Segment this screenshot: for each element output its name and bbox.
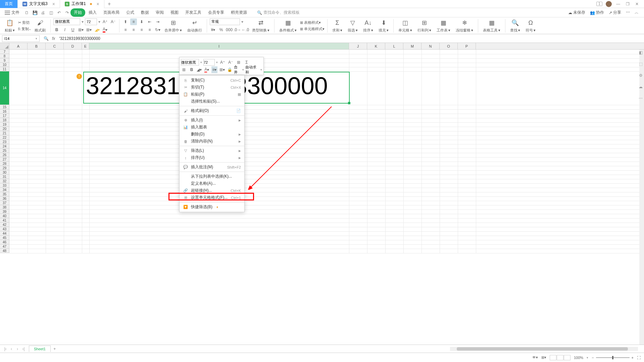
col-o[interactable]: O <box>440 43 458 49</box>
side-more-icon[interactable]: ⋯ <box>639 96 643 101</box>
numfmt-select[interactable] <box>210 18 240 25</box>
fillcolor-icon[interactable]: ◢▾ <box>94 26 100 33</box>
paste-group[interactable]: 📋粘贴▾ <box>3 18 17 33</box>
menutab-data[interactable]: 数据 <box>138 8 152 17</box>
wrap-group[interactable]: ↵自动换行 <box>185 18 204 33</box>
menutab-formula[interactable]: 公式 <box>123 8 138 17</box>
row-36[interactable]: 36 <box>0 196 9 201</box>
row-9[interactable]: 9 <box>0 58 9 63</box>
mini-select-icon[interactable]: ⊞ <box>181 66 187 73</box>
menutab-page[interactable]: 页面布局 <box>100 8 123 17</box>
view-break-icon[interactable] <box>564 355 571 360</box>
fullscreen-icon[interactable]: ⛶ <box>637 356 641 360</box>
ctx-item[interactable]: ⊞设置单元格格式(F)...Ctrl+1 <box>180 194 244 201</box>
window-num-icon[interactable]: 1 <box>596 2 602 6</box>
row-10[interactable]: 10 <box>0 63 9 67</box>
row-24[interactable]: 24 <box>0 144 9 148</box>
col-a[interactable]: A <box>9 43 28 49</box>
row-37[interactable]: 37 <box>0 201 9 205</box>
mini-merge-label[interactable]: 合并 <box>234 65 241 75</box>
close-icon[interactable]: × <box>52 1 55 7</box>
align-justify-icon[interactable]: ≡ <box>146 26 153 33</box>
ctx-item[interactable]: ✂剪切(T)Ctrl+X <box>180 84 244 91</box>
eye-icon[interactable]: 👁▾ <box>532 355 538 360</box>
menutab-dev[interactable]: 开发工具 <box>182 8 205 17</box>
orient-icon[interactable]: ↻▾ <box>154 26 161 33</box>
menutab-view[interactable]: 视图 <box>167 8 182 17</box>
row-38[interactable]: 38 <box>0 205 9 209</box>
row-28[interactable]: 28 <box>0 162 9 166</box>
row-40[interactable]: 40 <box>0 214 9 218</box>
row-46[interactable]: 46 <box>0 240 9 244</box>
new-file-icon[interactable]: 🗋 <box>23 9 30 16</box>
row-34[interactable]: 34 <box>0 188 9 192</box>
ctx-item[interactable]: 🗑清除内容(N)▶ <box>180 138 244 145</box>
align-mid-icon[interactable]: ≡ <box>130 18 137 25</box>
col-p[interactable]: P <box>458 43 476 49</box>
fmtpaint-group[interactable]: 🖌格式刷 <box>33 18 48 33</box>
sheet-prev-icon[interactable]: ‹ <box>9 347 14 351</box>
zoom-slider[interactable]: − + <box>592 356 634 360</box>
more-icon[interactable]: ⋯ <box>626 10 630 15</box>
row-48[interactable]: 48 <box>0 249 9 253</box>
error-indicator-icon[interactable]: ! <box>77 74 82 79</box>
tab-doc-2[interactable]: S 工作簿1 × <box>60 0 104 8</box>
print-preview-icon[interactable]: ◫ <box>48 9 54 16</box>
font-dec-icon[interactable]: A⁻ <box>110 18 116 25</box>
ctx-item[interactable]: ⊕插入(I)▶ <box>180 117 244 124</box>
comma-icon[interactable]: 000 <box>226 26 233 33</box>
sheet-tab-1[interactable]: Sheet1 <box>29 346 51 352</box>
col-l[interactable]: L <box>385 43 403 49</box>
mini-size-select[interactable] <box>203 59 215 66</box>
col-e[interactable]: E <box>82 43 89 49</box>
side-settings-icon[interactable]: ⚙ <box>639 73 643 78</box>
condfmt-group[interactable]: ▦条件格式▾ <box>277 18 299 33</box>
mini-font-select[interactable] <box>181 59 199 66</box>
ctx-item[interactable]: 💬插入批注(M)Shift+F2 <box>180 164 244 171</box>
merge-group[interactable]: ⊞合并居中▾ <box>162 18 184 33</box>
row-21[interactable]: 21 <box>0 131 9 135</box>
ctx-item[interactable]: 📊插入图表 <box>180 124 244 131</box>
row-22[interactable]: 22 <box>0 135 9 140</box>
col-n[interactable]: N <box>422 43 440 49</box>
ctx-item[interactable]: ↕排序(U)▶ <box>180 154 244 161</box>
strike-icon[interactable]: ⊞▾ <box>78 26 84 33</box>
close-window-button[interactable]: ✕ <box>634 2 640 6</box>
row-29[interactable]: 29 <box>0 166 9 170</box>
tablestyle-button[interactable]: ⊞ 表格样式▾ <box>300 20 325 25</box>
font-size-select[interactable] <box>85 18 97 25</box>
mini-sum-label[interactable]: 自动求和 <box>245 65 259 75</box>
symbol-group[interactable]: Ω符号▾ <box>524 18 538 33</box>
side-layers-icon[interactable]: ◧ <box>639 50 643 55</box>
cut-button[interactable]: ✂ 剪切 <box>18 20 31 25</box>
restore-button[interactable]: ❐ <box>625 2 631 6</box>
new-tab-button[interactable]: + <box>104 1 114 7</box>
tools-group[interactable]: ▦表格工具▾ <box>481 18 502 33</box>
font-family-select[interactable] <box>53 18 80 25</box>
menutab-member[interactable]: 会员专享 <box>205 8 228 17</box>
row-20[interactable]: 20 <box>0 127 9 131</box>
side-backup-icon[interactable]: ☁ <box>639 84 643 89</box>
row-23[interactable]: 23 <box>0 140 9 144</box>
tab-doc-1[interactable]: W 文字文稿3 × <box>18 0 60 8</box>
cellstyle-button[interactable]: ⊞ 单元格样式▾ <box>300 26 325 32</box>
ctx-item[interactable]: 删除(D)▶ <box>180 131 244 138</box>
unsaved-link[interactable]: ☁ 未保存 <box>568 10 585 15</box>
row-11[interactable]: 11 <box>0 67 9 71</box>
zoom-in-icon[interactable]: + <box>632 356 634 360</box>
col-i[interactable]: I <box>89 43 349 49</box>
tab-home[interactable]: 首页 <box>0 0 18 8</box>
sort-group[interactable]: A↓排序▾ <box>361 18 375 33</box>
row-25[interactable]: 25 <box>0 148 9 153</box>
row-15[interactable]: 15 <box>0 105 9 109</box>
row-33[interactable]: 33 <box>0 183 9 188</box>
col-k[interactable]: K <box>367 43 385 49</box>
find-group[interactable]: 🔍查找▾ <box>508 18 522 33</box>
formula-input[interactable]: '321283199303300000 <box>56 36 644 41</box>
ctx-item[interactable]: 选择性粘贴(S)... <box>180 98 244 105</box>
grid-body[interactable]: 7891011141516171819202122232425262728293… <box>0 50 644 302</box>
row-31[interactable]: 31 <box>0 175 9 179</box>
cancel-fx-icon[interactable]: 🔍 <box>44 36 49 41</box>
col-d[interactable]: D <box>64 43 82 49</box>
col-j[interactable]: J <box>349 43 367 49</box>
